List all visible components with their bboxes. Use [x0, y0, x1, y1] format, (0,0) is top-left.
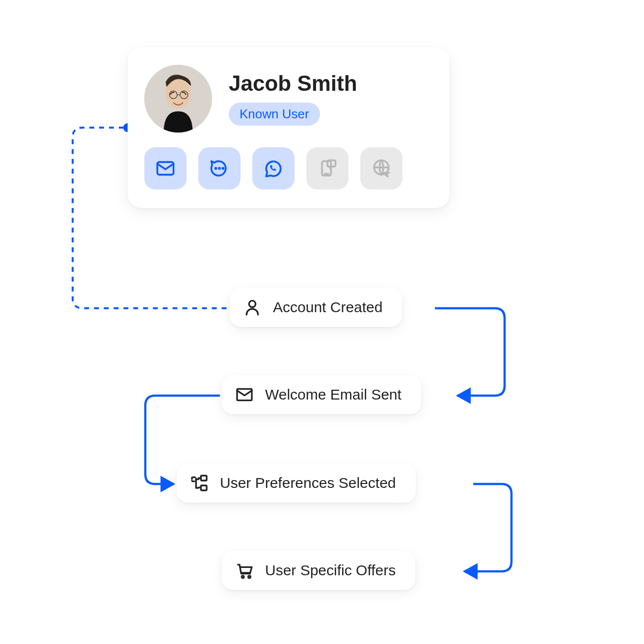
step-label: User Specific Offers — [265, 562, 396, 579]
step-account-created: Account Created — [230, 288, 402, 327]
svg-point-14 — [249, 301, 255, 307]
step-welcome-email: Welcome Email Sent — [222, 375, 421, 414]
user-icon — [242, 297, 262, 317]
profile-status-badge: Known User — [229, 103, 320, 126]
step-label: Account Created — [273, 299, 382, 316]
avatar — [144, 65, 212, 133]
svg-rect-18 — [201, 485, 207, 490]
channel-in-app-push[interactable] — [306, 147, 349, 189]
step-label: Welcome Email Sent — [265, 386, 402, 403]
step-user-offers: User Specific Offers — [222, 551, 415, 590]
svg-rect-17 — [201, 476, 207, 481]
cart-icon — [235, 561, 254, 580]
svg-point-7 — [215, 168, 216, 169]
svg-point-8 — [219, 168, 220, 169]
profile-card: Jacob Smith Known User — [128, 47, 450, 208]
channel-chat[interactable] — [198, 147, 241, 189]
channel-web[interactable] — [360, 147, 402, 189]
globe-icon — [371, 158, 392, 179]
channel-whatsapp[interactable] — [252, 147, 295, 189]
svg-point-19 — [242, 576, 244, 578]
step-user-preferences: User Preferences Selected — [177, 463, 416, 503]
svg-point-9 — [222, 168, 223, 169]
channel-email[interactable] — [144, 147, 187, 189]
channel-row — [144, 147, 433, 189]
whatsapp-icon — [263, 158, 284, 179]
profile-name: Jacob Smith — [229, 72, 357, 95]
chat-icon — [209, 158, 230, 179]
tree-icon — [189, 473, 209, 493]
push-icon — [317, 158, 338, 179]
mail-icon — [235, 385, 254, 404]
step-label: User Preferences Selected — [220, 475, 396, 491]
svg-point-20 — [248, 576, 251, 578]
mail-icon — [155, 158, 176, 179]
